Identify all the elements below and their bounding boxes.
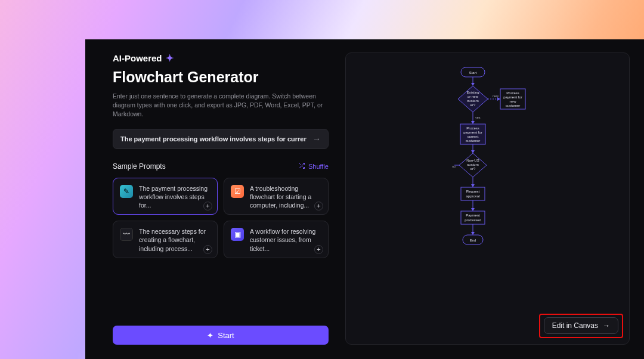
kicker-text: AI-Powered — [113, 53, 162, 63]
svg-text:customer: customer — [465, 139, 480, 143]
shuffle-icon — [298, 162, 305, 171]
right-pane: Start Existing or new custom er? new Pro… — [345, 52, 630, 345]
svg-text:new: new — [509, 100, 516, 103]
svg-text:custom: custom — [467, 163, 478, 166]
page-subtitle: Enter just one sentence to generate a co… — [113, 92, 327, 119]
svg-marker-38 — [471, 208, 475, 211]
svg-marker-25 — [471, 150, 475, 153]
svg-text:er?: er? — [470, 167, 475, 171]
page-title: Flowchart Generator — [113, 69, 329, 86]
node-start: Start — [469, 71, 476, 75]
svg-marker-10 — [497, 97, 500, 101]
svg-text:er?: er? — [470, 103, 475, 107]
app-window: AI-Powered ✦ Flowchart Generator Enter j… — [85, 39, 644, 359]
flowchart-preview: Start Existing or new custom er? new Pro… — [345, 52, 630, 345]
svg-text:new: new — [493, 94, 499, 98]
arrow-right-icon: → — [603, 321, 610, 330]
sample-card-text: The necessary steps for creating a flowc… — [139, 227, 210, 253]
svg-text:Payment: Payment — [466, 213, 480, 217]
svg-text:current: current — [467, 135, 478, 138]
pen-icon: ✎ — [120, 185, 133, 198]
svg-text:yes: yes — [475, 116, 481, 119]
flowchart-canvas: Start Existing or new custom er? new Pro… — [428, 66, 547, 281]
sample-prompts-header: Sample Prompts Shuffle — [113, 162, 329, 171]
left-pane: AI-Powered ✦ Flowchart Generator Enter j… — [113, 52, 329, 345]
prompt-input[interactable]: The payment processing workflow involves… — [113, 129, 329, 149]
plus-icon[interactable]: + — [203, 245, 212, 254]
kicker: AI-Powered ✦ — [113, 52, 329, 64]
prompt-text: The payment processing workflow involves… — [120, 135, 306, 143]
sample-prompts-title: Sample Prompts — [113, 162, 166, 171]
sample-card-steps[interactable]: 〰 The necessary steps for creating a flo… — [113, 221, 218, 258]
svg-text:payment for: payment for — [503, 95, 522, 99]
plus-icon[interactable]: + — [203, 202, 212, 211]
sample-cards: ✎ The payment processing workflow involv… — [113, 178, 329, 258]
svg-text:Non-US: Non-US — [466, 159, 479, 162]
sample-card-issues[interactable]: ▣ A workflow for resolving customer issu… — [224, 221, 329, 258]
svg-marker-43 — [471, 232, 475, 235]
svg-text:Process: Process — [506, 91, 519, 95]
svg-text:customer: customer — [505, 104, 520, 107]
svg-text:Request: Request — [466, 190, 479, 193]
svg-text:Existing: Existing — [466, 91, 479, 94]
svg-text:payment for: payment for — [463, 131, 482, 134]
sample-card-payment[interactable]: ✎ The payment processing workflow involv… — [113, 178, 218, 215]
svg-text:processed: processed — [465, 218, 481, 222]
svg-marker-33 — [471, 184, 475, 187]
sample-card-text: A troubleshooting flowchart for starting… — [250, 184, 321, 210]
edit-label: Edit in Canvas — [552, 321, 598, 330]
arrow-right-icon[interactable]: → — [312, 134, 321, 144]
shuffle-label: Shuffle — [308, 163, 329, 170]
sparkle-icon: ✦ — [207, 331, 213, 340]
svg-marker-2 — [471, 83, 475, 86]
svg-text:or new: or new — [467, 95, 478, 98]
svg-marker-18 — [471, 121, 475, 124]
pulse-icon: 〰 — [120, 228, 133, 241]
plus-icon[interactable]: + — [314, 202, 323, 211]
start-button[interactable]: ✦ Start — [113, 326, 329, 345]
briefcase-icon: ▣ — [231, 228, 244, 241]
svg-text:Process: Process — [466, 126, 479, 130]
edit-highlight: Edit in Canvas → — [539, 314, 623, 338]
sample-card-text: A workflow for resolving customer issues… — [250, 227, 321, 253]
sparkle-icon: ✦ — [166, 52, 174, 64]
shuffle-button[interactable]: Shuffle — [298, 162, 329, 171]
sample-card-troubleshoot[interactable]: ☑ A troubleshooting flowchart for starti… — [224, 178, 329, 215]
svg-text:custom: custom — [467, 99, 478, 103]
calendar-icon: ☑ — [231, 185, 244, 198]
svg-text:approval: approval — [466, 194, 479, 198]
sample-card-text: The payment processing workflow involves… — [139, 184, 210, 210]
svg-text:End: End — [469, 239, 476, 242]
edit-in-canvas-button[interactable]: Edit in Canvas → — [544, 317, 618, 334]
plus-icon[interactable]: + — [314, 245, 323, 254]
start-label: Start — [218, 331, 234, 340]
